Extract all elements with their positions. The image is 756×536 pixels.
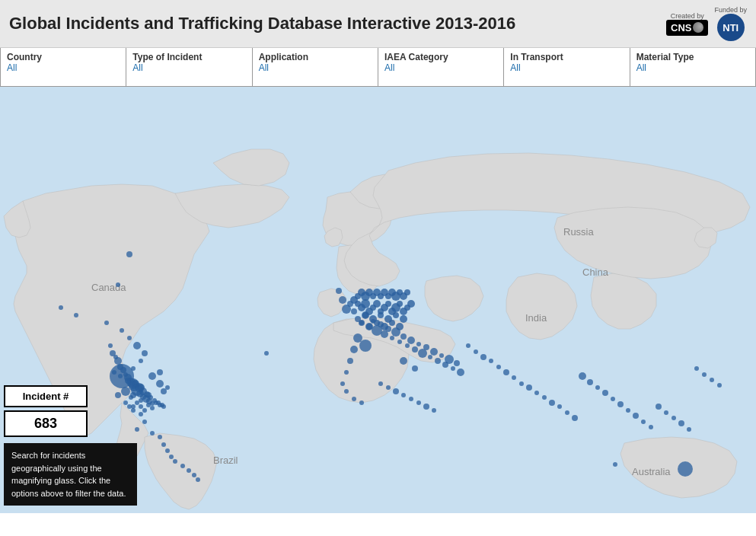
moon-icon xyxy=(693,22,703,33)
search-info: Search for incidents geographically usin… xyxy=(4,443,137,506)
filter-application[interactable]: ApplicationAll xyxy=(253,48,378,86)
page-title: Global Incidents and Trafficking Databas… xyxy=(9,14,515,34)
filter-in_transport[interactable]: In TransportAll xyxy=(504,48,630,86)
filter-iaea_category[interactable]: IAEA CategoryAll xyxy=(378,48,504,86)
incident-count: 683 xyxy=(4,410,88,437)
cnso-logo: CNS xyxy=(666,20,708,36)
logo-group: Created by CNS Funded by NTI xyxy=(666,6,747,41)
funded-by-label: Funded by xyxy=(714,6,747,14)
incident-label: Incident # xyxy=(4,385,88,407)
filter-material_type[interactable]: Material TypeAll xyxy=(630,48,755,86)
page-header: Global Incidents and Trafficking Databas… xyxy=(0,0,756,48)
nti-logo-box: Funded by NTI xyxy=(714,6,747,41)
filter-type_of_incident[interactable]: Type of IncidentAll xyxy=(126,48,252,86)
filter-bar: CountryAllType of IncidentAllApplication… xyxy=(0,48,756,87)
map-container: Russia China India Canada Brazil Austral… xyxy=(0,87,756,513)
filter-country[interactable]: CountryAll xyxy=(1,48,126,86)
cnso-logo-box: Created by CNS xyxy=(666,12,708,36)
created-by-label: Created by xyxy=(671,12,704,20)
nti-logo: NTI xyxy=(717,14,745,41)
incident-panel: Incident # 683 Search for incidents geog… xyxy=(4,385,137,506)
